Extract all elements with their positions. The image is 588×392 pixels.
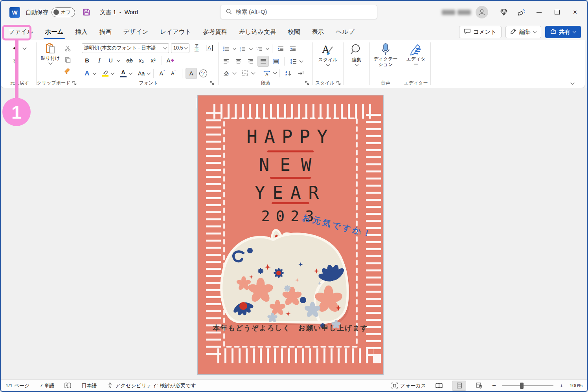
chevron-down-icon[interactable]: [300, 59, 303, 63]
sort-icon[interactable]: AZ: [283, 68, 294, 78]
chevron-down-icon[interactable]: [249, 46, 253, 50]
close-button[interactable]: ×: [566, 4, 584, 20]
dialog-launcher-icon[interactable]: [72, 81, 77, 86]
chevron-down-icon[interactable]: [117, 58, 121, 62]
tab-view[interactable]: 表示: [306, 24, 330, 40]
numbered-list-icon[interactable]: 123: [237, 44, 248, 54]
line-spacing-icon[interactable]: [288, 56, 298, 66]
tab-draw[interactable]: 描画: [94, 24, 118, 40]
phonetic-guide-icon[interactable]: ア亜: [191, 43, 202, 53]
character-shading-icon[interactable]: A: [186, 68, 197, 79]
chevron-down-icon[interactable]: [93, 71, 97, 75]
save-icon[interactable]: [81, 4, 92, 20]
chevron-down-icon[interactable]: [266, 46, 270, 50]
zoom-slider[interactable]: [502, 385, 553, 386]
subscript-icon[interactable]: x₂: [136, 55, 147, 66]
zoom-in-button[interactable]: +: [560, 382, 563, 389]
change-case-icon[interactable]: Aa: [136, 68, 147, 79]
grow-font-icon[interactable]: Aˆ: [157, 68, 167, 79]
shrink-font-icon[interactable]: Aˇ: [168, 68, 179, 79]
document-canvas[interactable]: ↵: [1, 88, 587, 381]
character-scale-icon[interactable]: A: [261, 68, 272, 78]
paste-button[interactable]: 貼り付け: [40, 43, 61, 64]
zoom-level[interactable]: 100%: [570, 383, 582, 388]
bullet-list-icon[interactable]: [221, 44, 232, 54]
dialog-launcher-icon[interactable]: [305, 81, 310, 86]
accessibility-status[interactable]: アクセシビリティ: 検討が必要です: [107, 382, 196, 389]
zoom-out-button[interactable]: −: [492, 382, 496, 390]
search-box[interactable]: 検索 (Alt+Q): [220, 5, 377, 19]
maximize-button[interactable]: [548, 4, 566, 20]
tab-references[interactable]: 参考資料: [197, 24, 233, 40]
newyear-card-image[interactable]: HAPPY NEW YEAR 2023 お元気ですか！ 本年もどうぞよろしく お…: [197, 95, 384, 375]
cut-icon[interactable]: [62, 43, 73, 53]
align-left-icon[interactable]: [221, 56, 232, 66]
underline-icon[interactable]: U: [105, 55, 116, 66]
print-layout-button[interactable]: [452, 381, 466, 391]
dialog-launcher-icon[interactable]: [336, 81, 341, 86]
tab-mailings[interactable]: 差し込み文書: [233, 24, 282, 40]
chevron-down-icon[interactable]: [252, 71, 255, 75]
strikethrough-icon[interactable]: ab: [124, 55, 135, 66]
tab-home[interactable]: ホーム: [39, 24, 69, 40]
distribute-text-icon[interactable]: [270, 56, 281, 66]
dictation-button[interactable]: ディクテーション: [372, 43, 399, 68]
editing-mode-button[interactable]: 編集: [505, 26, 541, 38]
tab-insert[interactable]: 挿入: [70, 24, 94, 40]
italic-icon[interactable]: I: [94, 55, 104, 66]
minimize-button[interactable]: [530, 4, 548, 20]
read-mode-button[interactable]: [432, 381, 446, 390]
chevron-down-icon[interactable]: [233, 71, 237, 75]
tab-review[interactable]: 校閲: [282, 24, 306, 40]
chevron-down-icon[interactable]: [147, 71, 151, 75]
shading-bucket-icon[interactable]: [221, 68, 232, 78]
format-painter-icon[interactable]: [62, 66, 73, 76]
formatting-marks-icon[interactable]: [295, 68, 306, 78]
zoom-slider-thumb[interactable]: [520, 383, 524, 389]
page-indicator[interactable]: 1/1 ページ: [6, 382, 29, 389]
superscript-icon[interactable]: x²: [148, 55, 158, 66]
chevron-down-icon[interactable]: [23, 46, 27, 50]
font-color-icon[interactable]: A: [118, 68, 129, 79]
tab-help[interactable]: ヘルプ: [330, 24, 360, 40]
tab-design[interactable]: デザイン: [118, 24, 154, 40]
share-button[interactable]: 共有: [545, 26, 581, 38]
word-count[interactable]: 7 単語: [40, 382, 54, 389]
dialog-launcher-icon[interactable]: [209, 81, 215, 86]
language-indicator[interactable]: 日本語: [81, 382, 97, 389]
editor-button[interactable]: エディター: [406, 43, 426, 68]
decrease-indent-icon[interactable]: [276, 44, 286, 54]
chevron-down-icon[interactable]: [273, 71, 277, 75]
align-right-icon[interactable]: [245, 56, 256, 66]
align-center-icon[interactable]: [233, 56, 244, 66]
focus-mode-button[interactable]: フォーカス: [391, 382, 426, 389]
character-border-icon[interactable]: A: [204, 43, 215, 53]
highlight-color-icon[interactable]: [100, 68, 110, 79]
borders-icon[interactable]: [240, 68, 250, 78]
font-size-combo[interactable]: 10.5: [171, 43, 189, 53]
web-layout-button[interactable]: [472, 381, 486, 390]
word-logo-icon[interactable]: W: [9, 7, 20, 18]
copy-icon[interactable]: [62, 55, 73, 65]
autosave-control[interactable]: 自動保存 オフ: [26, 7, 75, 17]
chevron-down-icon[interactable]: [111, 71, 115, 75]
chevron-down-icon[interactable]: [233, 46, 237, 50]
editing-button[interactable]: 編集: [346, 43, 367, 66]
text-effects-icon[interactable]: A: [82, 68, 92, 79]
comments-button[interactable]: コメント: [459, 26, 502, 38]
account-avatar[interactable]: [476, 6, 488, 18]
font-name-combo[interactable]: 游明朝 (本文のフォント - 日本語: [82, 43, 169, 53]
enclose-characters-icon[interactable]: 字: [198, 68, 208, 79]
chevron-down-icon[interactable]: [129, 71, 133, 75]
tab-layout[interactable]: レイアウト: [154, 24, 197, 40]
proofing-icon[interactable]: [64, 383, 71, 388]
bold-icon[interactable]: B: [82, 55, 92, 66]
justify-icon[interactable]: [257, 56, 269, 67]
premium-diamond-icon[interactable]: [495, 4, 513, 20]
autosave-toggle[interactable]: オフ: [51, 7, 75, 17]
collapse-ribbon-icon[interactable]: [571, 81, 575, 85]
clear-formatting-icon[interactable]: A◆: [165, 55, 176, 66]
multilevel-list-icon[interactable]: 1ai: [254, 44, 265, 54]
announce-megaphone-icon[interactable]: [513, 4, 530, 20]
styles-button[interactable]: A スタイル: [316, 43, 340, 66]
